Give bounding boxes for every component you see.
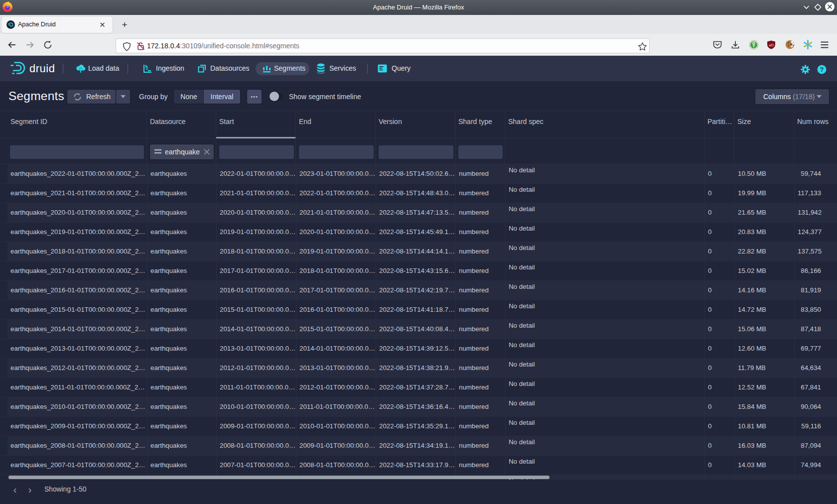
svg-text:uO: uO — [769, 43, 774, 47]
svg-text:?: ? — [820, 66, 824, 73]
